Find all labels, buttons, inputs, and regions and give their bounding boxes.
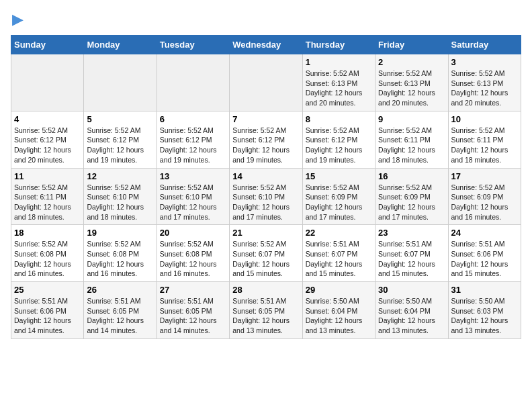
cell-info: Sunrise: 5:52 AM Sunset: 6:12 PM Dayligh… bbox=[160, 126, 226, 165]
calendar-cell: 9Sunrise: 5:52 AM Sunset: 6:11 PM Daylig… bbox=[375, 111, 448, 168]
cell-info: Sunrise: 5:51 AM Sunset: 6:06 PM Dayligh… bbox=[14, 296, 81, 336]
calendar-cell: 16Sunrise: 5:52 AM Sunset: 6:09 PM Dayli… bbox=[375, 168, 448, 225]
day-number: 2 bbox=[378, 57, 445, 67]
day-number: 8 bbox=[306, 114, 372, 124]
day-number: 24 bbox=[451, 228, 518, 238]
calendar-cell bbox=[157, 54, 229, 111]
weekday-header-tuesday: Tuesday bbox=[157, 36, 229, 54]
day-number: 9 bbox=[378, 114, 445, 124]
cell-info: Sunrise: 5:52 AM Sunset: 6:12 PM Dayligh… bbox=[232, 126, 299, 165]
calendar-cell: 29Sunrise: 5:50 AM Sunset: 6:04 PM Dayli… bbox=[302, 282, 375, 339]
calendar-cell: 26Sunrise: 5:51 AM Sunset: 6:05 PM Dayli… bbox=[84, 282, 157, 339]
calendar-cell: 5Sunrise: 5:52 AM Sunset: 6:12 PM Daylig… bbox=[84, 111, 157, 168]
cell-info: Sunrise: 5:52 AM Sunset: 6:13 PM Dayligh… bbox=[451, 68, 518, 108]
day-number: 15 bbox=[306, 171, 372, 181]
calendar-cell: 24Sunrise: 5:51 AM Sunset: 6:06 PM Dayli… bbox=[448, 225, 521, 282]
day-number: 28 bbox=[232, 285, 299, 295]
cell-info: Sunrise: 5:52 AM Sunset: 6:12 PM Dayligh… bbox=[87, 126, 153, 165]
calendar-cell: 21Sunrise: 5:52 AM Sunset: 6:07 PM Dayli… bbox=[230, 225, 302, 282]
calendar-table: SundayMondayTuesdayWednesdayThursdayFrid… bbox=[11, 35, 521, 339]
calendar-cell: 2Sunrise: 5:52 AM Sunset: 6:13 PM Daylig… bbox=[375, 54, 448, 111]
day-number: 22 bbox=[306, 228, 372, 238]
cell-info: Sunrise: 5:52 AM Sunset: 6:13 PM Dayligh… bbox=[306, 68, 372, 108]
cell-info: Sunrise: 5:52 AM Sunset: 6:08 PM Dayligh… bbox=[87, 239, 153, 279]
calendar-cell: 25Sunrise: 5:51 AM Sunset: 6:06 PM Dayli… bbox=[11, 282, 84, 339]
cell-info: Sunrise: 5:50 AM Sunset: 6:03 PM Dayligh… bbox=[451, 296, 518, 336]
calendar-cell: 19Sunrise: 5:52 AM Sunset: 6:08 PM Dayli… bbox=[84, 225, 157, 282]
cell-info: Sunrise: 5:52 AM Sunset: 6:11 PM Dayligh… bbox=[451, 126, 518, 165]
day-number: 25 bbox=[14, 285, 81, 295]
calendar-cell: 17Sunrise: 5:52 AM Sunset: 6:09 PM Dayli… bbox=[448, 168, 521, 225]
calendar-cell: 23Sunrise: 5:51 AM Sunset: 6:07 PM Dayli… bbox=[375, 225, 448, 282]
day-number: 23 bbox=[378, 228, 445, 238]
cell-info: Sunrise: 5:52 AM Sunset: 6:10 PM Dayligh… bbox=[160, 183, 226, 222]
day-number: 17 bbox=[451, 171, 518, 181]
cell-info: Sunrise: 5:52 AM Sunset: 6:09 PM Dayligh… bbox=[451, 183, 518, 222]
day-number: 31 bbox=[451, 285, 518, 295]
calendar-cell bbox=[84, 54, 157, 111]
weekday-header-monday: Monday bbox=[84, 36, 157, 54]
calendar-cell: 13Sunrise: 5:52 AM Sunset: 6:10 PM Dayli… bbox=[157, 168, 229, 225]
day-number: 6 bbox=[160, 114, 226, 124]
day-number: 5 bbox=[87, 114, 153, 124]
calendar-cell: 1Sunrise: 5:52 AM Sunset: 6:13 PM Daylig… bbox=[302, 54, 375, 111]
weekday-header-saturday: Saturday bbox=[448, 36, 521, 54]
cell-info: Sunrise: 5:51 AM Sunset: 6:07 PM Dayligh… bbox=[306, 239, 372, 279]
day-number: 3 bbox=[451, 57, 518, 67]
cell-info: Sunrise: 5:52 AM Sunset: 6:09 PM Dayligh… bbox=[306, 183, 372, 222]
cell-info: Sunrise: 5:52 AM Sunset: 6:08 PM Dayligh… bbox=[160, 239, 226, 279]
calendar-cell: 31Sunrise: 5:50 AM Sunset: 6:03 PM Dayli… bbox=[448, 282, 521, 339]
cell-info: Sunrise: 5:50 AM Sunset: 6:04 PM Dayligh… bbox=[306, 296, 372, 336]
cell-info: Sunrise: 5:52 AM Sunset: 6:12 PM Dayligh… bbox=[14, 126, 81, 165]
calendar-cell: 22Sunrise: 5:51 AM Sunset: 6:07 PM Dayli… bbox=[302, 225, 375, 282]
day-number: 16 bbox=[378, 171, 445, 181]
calendar-cell bbox=[11, 54, 84, 111]
calendar-cell: 15Sunrise: 5:52 AM Sunset: 6:09 PM Dayli… bbox=[302, 168, 375, 225]
cell-info: Sunrise: 5:50 AM Sunset: 6:04 PM Dayligh… bbox=[378, 296, 445, 336]
day-number: 10 bbox=[451, 114, 518, 124]
calendar-cell: 20Sunrise: 5:52 AM Sunset: 6:08 PM Dayli… bbox=[157, 225, 229, 282]
day-number: 4 bbox=[14, 114, 81, 124]
day-number: 26 bbox=[87, 285, 153, 295]
logo-bird-icon: ▶ bbox=[12, 11, 24, 28]
calendar-cell: 28Sunrise: 5:51 AM Sunset: 6:05 PM Dayli… bbox=[230, 282, 302, 339]
weekday-header-thursday: Thursday bbox=[302, 36, 375, 54]
cell-info: Sunrise: 5:51 AM Sunset: 6:06 PM Dayligh… bbox=[451, 239, 518, 279]
cell-info: Sunrise: 5:52 AM Sunset: 6:13 PM Dayligh… bbox=[378, 68, 445, 108]
weekday-header-friday: Friday bbox=[375, 36, 448, 54]
day-number: 21 bbox=[232, 228, 299, 238]
cell-info: Sunrise: 5:52 AM Sunset: 6:12 PM Dayligh… bbox=[306, 126, 372, 165]
day-number: 7 bbox=[232, 114, 299, 124]
cell-info: Sunrise: 5:52 AM Sunset: 6:10 PM Dayligh… bbox=[232, 183, 299, 222]
day-number: 27 bbox=[160, 285, 226, 295]
day-number: 12 bbox=[87, 171, 153, 181]
calendar-cell bbox=[230, 54, 302, 111]
day-number: 13 bbox=[160, 171, 226, 181]
cell-info: Sunrise: 5:52 AM Sunset: 6:11 PM Dayligh… bbox=[378, 126, 445, 165]
weekday-header-wednesday: Wednesday bbox=[230, 36, 302, 54]
calendar-cell: 7Sunrise: 5:52 AM Sunset: 6:12 PM Daylig… bbox=[230, 111, 302, 168]
day-number: 30 bbox=[378, 285, 445, 295]
day-number: 20 bbox=[160, 228, 226, 238]
calendar-cell: 3Sunrise: 5:52 AM Sunset: 6:13 PM Daylig… bbox=[448, 54, 521, 111]
weekday-header-sunday: Sunday bbox=[11, 36, 84, 54]
calendar-cell: 10Sunrise: 5:52 AM Sunset: 6:11 PM Dayli… bbox=[448, 111, 521, 168]
calendar-cell: 14Sunrise: 5:52 AM Sunset: 6:10 PM Dayli… bbox=[230, 168, 302, 225]
cell-info: Sunrise: 5:51 AM Sunset: 6:05 PM Dayligh… bbox=[232, 296, 299, 336]
cell-info: Sunrise: 5:52 AM Sunset: 6:08 PM Dayligh… bbox=[14, 239, 81, 279]
day-number: 1 bbox=[306, 57, 372, 67]
day-number: 11 bbox=[14, 171, 81, 181]
calendar-cell: 18Sunrise: 5:52 AM Sunset: 6:08 PM Dayli… bbox=[11, 225, 84, 282]
cell-info: Sunrise: 5:51 AM Sunset: 6:07 PM Dayligh… bbox=[378, 239, 445, 279]
logo: ▶ bbox=[11, 11, 24, 28]
cell-info: Sunrise: 5:52 AM Sunset: 6:07 PM Dayligh… bbox=[232, 239, 299, 279]
calendar-cell: 6Sunrise: 5:52 AM Sunset: 6:12 PM Daylig… bbox=[157, 111, 229, 168]
cell-info: Sunrise: 5:52 AM Sunset: 6:11 PM Dayligh… bbox=[14, 183, 81, 222]
calendar-cell: 8Sunrise: 5:52 AM Sunset: 6:12 PM Daylig… bbox=[302, 111, 375, 168]
cell-info: Sunrise: 5:51 AM Sunset: 6:05 PM Dayligh… bbox=[160, 296, 226, 336]
day-number: 14 bbox=[232, 171, 299, 181]
day-number: 18 bbox=[14, 228, 81, 238]
calendar-cell: 11Sunrise: 5:52 AM Sunset: 6:11 PM Dayli… bbox=[11, 168, 84, 225]
cell-info: Sunrise: 5:52 AM Sunset: 6:10 PM Dayligh… bbox=[87, 183, 153, 222]
day-number: 19 bbox=[87, 228, 153, 238]
